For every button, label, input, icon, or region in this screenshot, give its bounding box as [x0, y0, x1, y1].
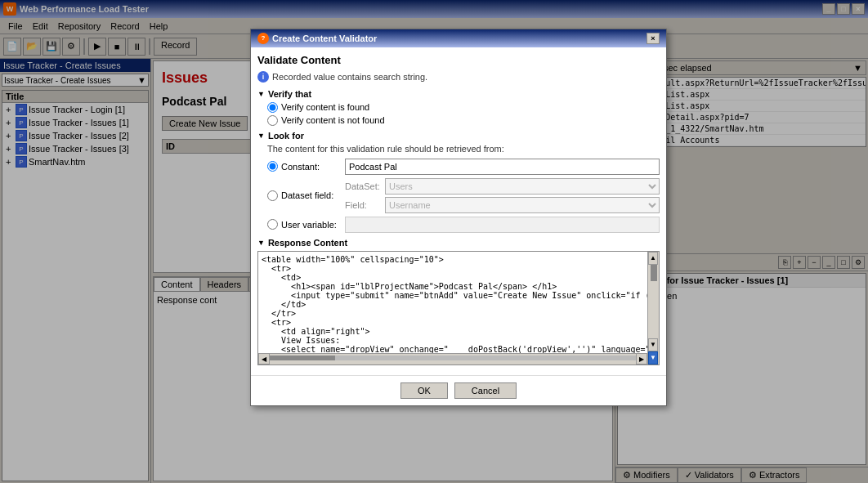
modal-content: Validate Content i Recorded value contai…	[251, 47, 666, 375]
dataset-label: DataSet:	[345, 181, 382, 191]
user-variable-row: User variable:	[267, 217, 660, 233]
cancel-button[interactable]: Cancel	[454, 382, 517, 399]
radio-user-variable-label: User variable:	[281, 220, 337, 230]
dataset-field-row: DataSet: Users	[345, 178, 660, 195]
scroll-down-button[interactable]: ▼	[648, 338, 658, 351]
look-for-description: The content for this validation rule sho…	[267, 144, 660, 154]
response-section-label: ▼ Response Content	[257, 238, 660, 248]
modal-info-row: i Recorded value contains search string.	[257, 71, 660, 83]
vertical-scrollbar[interactable]: ▲ ▼ ▼	[647, 252, 659, 364]
response-content-area: <table width="100%" cellspacing="10"> <t…	[257, 251, 660, 365]
info-icon: i	[257, 71, 269, 83]
radio-constant[interactable]: Constant:	[267, 161, 345, 172]
look-for-section-title: Look for	[268, 131, 304, 141]
verify-radio-group: Verify content is found Verify content i…	[267, 102, 660, 126]
scroll-left-button[interactable]: ◀	[258, 353, 270, 364]
h-scroll-track	[270, 353, 636, 364]
modal-section-heading: Validate Content	[257, 54, 660, 66]
arrow-down-icon-3: ▼	[257, 239, 265, 247]
modal-title-bar: ? Create Content Validator ×	[251, 29, 666, 47]
scroll-right-button[interactable]: ▶	[636, 353, 647, 364]
constant-input[interactable]	[345, 159, 660, 175]
scroll-bottom-button[interactable]: ▼	[648, 351, 658, 364]
look-for-section-label: ▼ Look for	[257, 131, 660, 141]
response-section-title: Response Content	[268, 238, 347, 248]
modal-icon: ?	[257, 33, 269, 44]
constant-row: Constant:	[267, 159, 660, 175]
dataset-fields: DataSet: Users Field: Username	[345, 178, 660, 213]
modal-title: Create Content Validator	[272, 34, 377, 43]
arrow-down-icon: ▼	[257, 90, 265, 98]
ok-button[interactable]: OK	[400, 382, 448, 399]
user-variable-input[interactable]	[345, 217, 660, 233]
radio-verify-not-found-label: Verify content is not found	[281, 115, 385, 125]
horizontal-scrollbar[interactable]: ◀ ▶	[258, 353, 647, 364]
radio-dataset-label: Dataset field:	[281, 190, 333, 200]
radio-user-variable-input[interactable]	[267, 219, 278, 230]
scroll-thumb	[651, 265, 657, 281]
field-select[interactable]: Username	[385, 197, 660, 213]
dataset-row: Dataset field: DataSet: Users Field: Use…	[267, 178, 660, 213]
verify-section-label: ▼ Verify that	[257, 89, 660, 99]
radio-verify-not-found[interactable]: Verify content is not found	[267, 115, 660, 126]
radio-verify-found-label: Verify content is found	[281, 102, 369, 112]
modal-overlay: ? Create Content Validator × Validate Co…	[0, 0, 868, 483]
h-thumb[interactable]	[270, 356, 335, 360]
field-field-row: Field: Username	[345, 197, 660, 213]
radio-constant-input[interactable]	[267, 161, 278, 172]
radio-dataset-input[interactable]	[267, 190, 278, 201]
radio-verify-found[interactable]: Verify content is found	[267, 102, 660, 113]
scroll-up-button[interactable]: ▲	[648, 252, 658, 265]
radio-verify-found-input[interactable]	[267, 102, 278, 113]
radio-dataset[interactable]: Dataset field:	[267, 190, 345, 201]
verify-section-title: Verify that	[268, 89, 311, 99]
modal-close-button[interactable]: ×	[647, 33, 660, 44]
field-label: Field:	[345, 200, 382, 210]
response-section: ▼ Response Content <table width="100%" c…	[257, 238, 660, 365]
modal-info-text: Recorded value contains search string.	[272, 72, 427, 82]
radio-user-variable[interactable]: User variable:	[267, 219, 345, 230]
create-content-validator-dialog: ? Create Content Validator × Validate Co…	[250, 29, 667, 406]
radio-verify-not-found-input[interactable]	[267, 115, 278, 126]
arrow-down-icon-2: ▼	[257, 132, 265, 140]
response-text: <table width="100%" cellspacing="10"> <t…	[258, 252, 659, 365]
modal-footer: OK Cancel	[251, 375, 666, 405]
radio-constant-label: Constant:	[281, 162, 320, 172]
dataset-select[interactable]: Users	[385, 178, 660, 195]
